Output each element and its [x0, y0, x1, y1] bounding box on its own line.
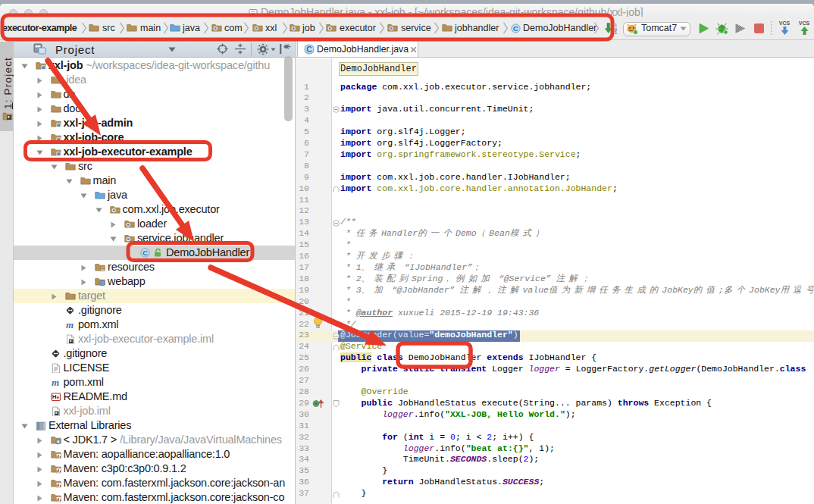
svg-text:m: m [66, 320, 74, 330]
svg-text:m: m [52, 377, 59, 387]
svg-text:C: C [513, 24, 518, 33]
svg-text:1: 1 [615, 30, 617, 34]
svg-text:C: C [142, 249, 148, 257]
svg-text:C: C [306, 45, 312, 54]
